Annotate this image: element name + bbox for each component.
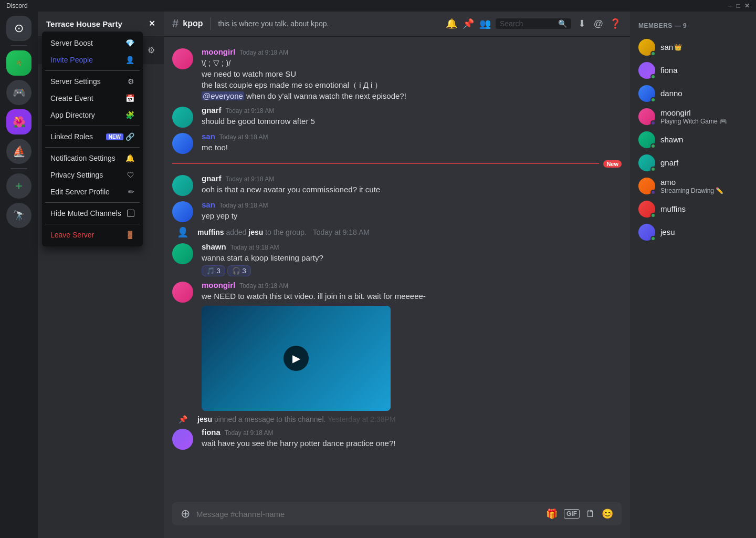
server-icon-4[interactable]: ⛵ xyxy=(6,139,32,164)
avatar xyxy=(638,178,655,194)
video-embed[interactable]: ▶ xyxy=(202,306,391,411)
reaction-2[interactable]: 🎧 3 xyxy=(227,265,251,276)
message-timestamp: Today at 9:18 AM xyxy=(230,244,279,251)
add-user-icon: 👤 xyxy=(177,226,188,238)
new-messages-divider: New xyxy=(172,160,622,168)
message-header: san Today at 9:18 AM xyxy=(202,132,622,141)
table-row: san Today at 9:18 AM me too! xyxy=(164,130,630,156)
message-author[interactable]: gnarf xyxy=(202,106,222,115)
menu-linked-roles[interactable]: Linked Roles NEW 🔗 xyxy=(45,128,140,145)
minimize-button[interactable]: ─ xyxy=(728,2,732,9)
pin-actor[interactable]: jesu xyxy=(197,415,212,423)
user-settings-button[interactable]: ⚙ xyxy=(143,42,160,59)
help-button[interactable]: ❓ xyxy=(609,17,622,30)
pin-button[interactable]: 📌 xyxy=(462,17,475,30)
add-content-button[interactable]: ⊕ xyxy=(181,507,190,521)
menu-hide-muted-channels[interactable]: Hide Muted Channels xyxy=(45,205,140,222)
gift-button[interactable]: 🎁 xyxy=(546,508,558,520)
title-bar-title: Discord xyxy=(6,2,28,9)
message-author[interactable]: san xyxy=(202,132,215,141)
message-content: moongirl Today at 9:18 AM we NEED to wat… xyxy=(202,281,622,411)
app-container: ⊙ 🌴 🎮 🌺 ⛵ + 🔭 Terrace House Party ✕ Serv… xyxy=(0,12,756,538)
play-button[interactable]: ▶ xyxy=(284,346,309,371)
channel-sidebar: Terrace House Party ✕ Server Boost 💎 Inv… xyxy=(38,12,164,538)
message-author[interactable]: moongirl xyxy=(202,47,235,56)
message-header: gnarf Today at 9:18 AM xyxy=(202,106,622,115)
menu-notification-settings[interactable]: Notification Settings 🔔 xyxy=(45,150,140,167)
list-item[interactable]: amo Streaming Drawing ✏️ xyxy=(634,174,752,198)
menu-create-event[interactable]: Create Event 📅 xyxy=(45,90,140,107)
menu-separator-1 xyxy=(45,70,140,71)
channel-name: kpop xyxy=(183,19,203,28)
explore-button[interactable]: 🔭 xyxy=(6,203,32,228)
event-icon: 📅 xyxy=(125,94,134,102)
list-item[interactable]: san 👑 xyxy=(634,36,752,59)
server-list: ⊙ 🌴 🎮 🌺 ⛵ + 🔭 xyxy=(0,12,38,538)
avatar xyxy=(172,201,193,222)
message-header: moongirl Today at 9:18 AM xyxy=(202,47,622,56)
privacy-settings-label: Privacy Settings xyxy=(50,171,103,179)
menu-privacy-settings[interactable]: Privacy Settings 🛡 xyxy=(45,167,140,183)
sticker-button[interactable]: 🗒 xyxy=(586,509,595,520)
member-info: san 👑 xyxy=(660,43,682,51)
divider-line xyxy=(172,163,599,164)
system-actor[interactable]: muffins xyxy=(197,228,224,236)
member-name: san xyxy=(660,43,673,51)
channel-topic: this is where you talk. about kpop. xyxy=(218,19,329,28)
message-input[interactable] xyxy=(196,510,540,519)
new-badge: NEW xyxy=(106,133,123,140)
menu-leave-server[interactable]: Leave Server 🚪 xyxy=(45,226,140,243)
list-item[interactable]: jesu xyxy=(634,221,752,244)
server-icon-2[interactable]: 🎮 xyxy=(6,80,32,105)
pin-message-text: jesu pinned a message to this channel. Y… xyxy=(197,415,395,423)
notification-bell-button[interactable]: 🔔 xyxy=(445,17,458,30)
list-item[interactable]: fiona xyxy=(634,59,752,82)
message-timestamp: Today at 9:18 AM xyxy=(219,133,268,141)
pin-timestamp: Yesterday at 2:38PM xyxy=(328,415,395,423)
mention-text: @everyone xyxy=(202,91,244,100)
gif-button[interactable]: GIF xyxy=(564,509,580,519)
server-settings-label: Server Settings xyxy=(50,77,101,86)
menu-app-directory[interactable]: App Directory 🧩 xyxy=(45,107,140,123)
member-info: amo Streaming Drawing ✏️ xyxy=(660,178,723,194)
menu-server-settings[interactable]: Server Settings ⚙ xyxy=(45,73,140,90)
members-button[interactable]: 👥 xyxy=(479,17,491,30)
list-item[interactable]: muffins xyxy=(634,198,752,221)
list-item[interactable]: shawn xyxy=(634,128,752,151)
system-target[interactable]: jesu xyxy=(248,228,263,236)
pin-action: pinned a message to this channel. xyxy=(214,415,328,423)
search-bar[interactable]: Search 🔍 xyxy=(496,18,571,29)
message-author[interactable]: moongirl xyxy=(202,281,235,289)
message-author[interactable]: fiona xyxy=(202,428,220,437)
download-button[interactable]: ⬇ xyxy=(575,17,588,30)
emoji-button[interactable]: 😊 xyxy=(602,508,613,520)
member-name: gnarf xyxy=(660,158,678,167)
menu-edit-server-profile[interactable]: Edit Server Profile ✏ xyxy=(45,183,140,200)
reaction-1[interactable]: 🎵 3 xyxy=(202,265,225,276)
maximize-button[interactable]: □ xyxy=(737,2,740,9)
server-icon-3[interactable]: 🌺 xyxy=(6,109,32,134)
server-boost-label: Server Boost xyxy=(50,39,93,47)
message-header: fiona Today at 9:18 AM xyxy=(202,428,622,437)
add-server-button[interactable]: + xyxy=(6,173,32,199)
status-dot xyxy=(650,120,656,126)
menu-server-boost[interactable]: Server Boost 💎 xyxy=(45,35,140,51)
server-icon-1[interactable]: 🌴 xyxy=(6,50,32,76)
menu-invite-people[interactable]: Invite People 👤 xyxy=(45,51,140,68)
message-author[interactable]: san xyxy=(202,200,215,209)
mention-button[interactable]: @ xyxy=(592,17,605,30)
status-dot xyxy=(650,51,656,56)
server-icon-home[interactable]: ⊙ xyxy=(6,16,32,41)
message-author[interactable]: gnarf xyxy=(202,174,222,183)
member-info: gnarf xyxy=(660,158,678,168)
system-action: added xyxy=(226,228,248,236)
status-dot xyxy=(650,143,656,149)
menu-separator-4 xyxy=(45,202,140,203)
list-item[interactable]: danno xyxy=(634,82,752,105)
list-item[interactable]: gnarf xyxy=(634,151,752,174)
message-author[interactable]: shawn xyxy=(202,242,226,251)
pin-icon: 📌 xyxy=(178,415,187,423)
list-item[interactable]: moongirl Playing Witch Game 🎮 xyxy=(634,105,752,128)
message-timestamp: Today at 9:18 AM xyxy=(219,202,268,209)
close-button[interactable]: ✕ xyxy=(744,2,750,9)
